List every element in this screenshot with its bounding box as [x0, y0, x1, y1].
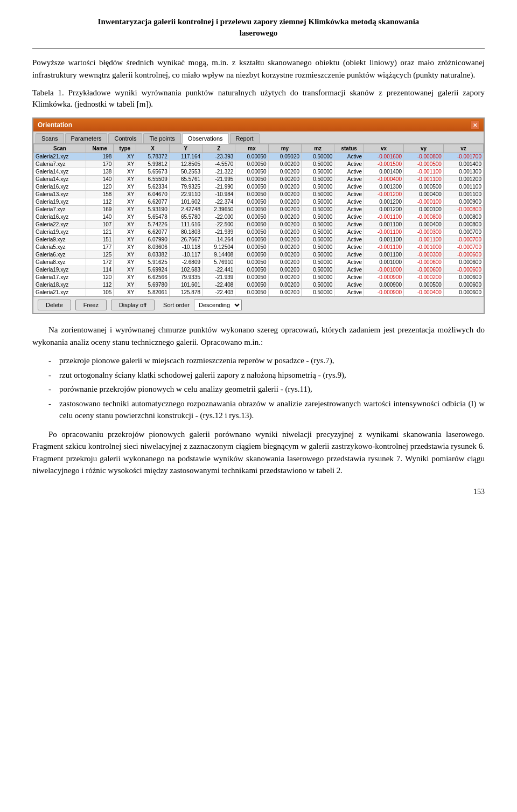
table-cell: 0.50000 — [302, 161, 334, 168]
table-cell: 0.00050 — [235, 191, 268, 198]
table-cell: XY — [114, 183, 136, 191]
table-cell: -10.984 — [202, 191, 235, 198]
col-header-status: status — [334, 144, 364, 153]
table-cell: 0.00200 — [268, 281, 301, 289]
table-cell: Active — [334, 244, 364, 251]
table-cell: 125.878 — [169, 289, 202, 296]
table-cell: 114 — [86, 266, 114, 274]
paragraph-2: Na zorientowanej i wyrównanej chmurze pu… — [32, 324, 485, 348]
table-cell: 6.07990 — [136, 236, 169, 244]
col-header-vx: vx — [364, 144, 403, 153]
table-cell: Galeria21.xyz — [34, 153, 86, 161]
delete-button[interactable]: Delete — [38, 300, 71, 310]
table-cell: 0.001300 — [364, 183, 403, 191]
table-cell: Active — [334, 228, 364, 236]
col-header-name: Name — [86, 144, 114, 153]
table-cell: 26.7667 — [169, 236, 202, 244]
table-cell: 0.00050 — [235, 198, 268, 206]
table-cell: 0.000600 — [443, 289, 483, 296]
table-cell: 138 — [86, 168, 114, 176]
table-cell: 2.39650 — [202, 206, 235, 213]
table-cell: -0.000300 — [403, 251, 443, 259]
table-cell: 2.42748 — [169, 206, 202, 213]
table-cell: 0.00050 — [235, 266, 268, 274]
table-cell: Active — [334, 183, 364, 191]
table-cell: 0.00050 — [235, 213, 268, 221]
sort-order-select[interactable]: Descending Ascending — [194, 300, 242, 310]
dialog-titlebar: Orientation ✕ — [33, 119, 484, 131]
table-cell: 5.65478 — [136, 213, 169, 221]
table-cell: -0.001000 — [364, 266, 403, 274]
table-cell: -0.000800 — [403, 153, 443, 161]
table-cell: XY — [114, 259, 136, 266]
table-cell: Galeria21.xyz — [34, 289, 86, 296]
table-cell: 5.69780 — [136, 281, 169, 289]
table-cell: 0.00200 — [268, 183, 301, 191]
table-cell: 0.50000 — [302, 289, 334, 296]
table-cell: -0.000200 — [403, 274, 443, 281]
table-cell: XY — [114, 198, 136, 206]
table-cell: 0.00200 — [268, 274, 301, 281]
col-header-vy: vy — [403, 144, 443, 153]
table-cell: 0.001200 — [364, 198, 403, 206]
table-cell: 107 — [86, 221, 114, 228]
tab-scans[interactable]: Scans — [36, 133, 64, 143]
table-cell: 112 — [86, 198, 114, 206]
col-header-scan: Scan — [34, 144, 86, 153]
table-cell: 0.50000 — [302, 168, 334, 176]
dialog-close-button[interactable]: ✕ — [471, 121, 479, 129]
table-cell: Galeria13.xyz — [34, 191, 86, 198]
tab-tiepoints[interactable]: Tie points — [143, 133, 180, 143]
table-cell: Active — [334, 274, 364, 281]
table-cell: 0.50000 — [302, 198, 334, 206]
tab-report[interactable]: Report — [230, 133, 260, 143]
table-cell: -0.001200 — [364, 191, 403, 198]
table-cell: -0.000700 — [443, 244, 483, 251]
table-cell: XY — [114, 213, 136, 221]
observations-table-wrapper[interactable]: Scan Name type X Y Z mx my mz status vx … — [33, 144, 484, 296]
table-cell: 22.9110 — [169, 191, 202, 198]
table-cell: -10.117 — [169, 251, 202, 259]
tab-controls[interactable]: Controls — [108, 133, 142, 143]
table-cell: -0.001100 — [403, 168, 443, 176]
table-cell: 0.00200 — [268, 168, 301, 176]
table-cell: 0.50000 — [302, 213, 334, 221]
table-cell: 0.50000 — [302, 251, 334, 259]
table-cell: Galeria6.xyz — [34, 251, 86, 259]
display-off-button[interactable]: Display off — [111, 300, 155, 310]
col-header-my: my — [268, 144, 301, 153]
table-cell: -22.000 — [202, 213, 235, 221]
table-cell: Galeria9.xyz — [34, 236, 86, 244]
table-cell: Active — [334, 221, 364, 228]
table-cell: 112 — [86, 281, 114, 289]
table-cell: XY — [114, 176, 136, 183]
table-cell: XY — [114, 228, 136, 236]
table-cell: 80.1803 — [169, 228, 202, 236]
table-cell: 9.12504 — [202, 244, 235, 251]
table-cell: 125 — [86, 251, 114, 259]
table-caption: Tabela 1. Przykładowe wyniki wyrównania … — [32, 87, 485, 110]
dialog-title: Orientation — [38, 121, 72, 129]
table-cell: 0.000600 — [443, 259, 483, 266]
orientation-dialog: Orientation ✕ Scans Parameters Controls … — [32, 117, 485, 314]
list-content-1: przekroje pionowe galerii w miejscach ro… — [59, 355, 485, 367]
tab-observations[interactable]: Observations — [182, 133, 229, 144]
table-cell: Active — [334, 168, 364, 176]
table-cell: 0.001100 — [364, 236, 403, 244]
table-cell: 111.616 — [169, 221, 202, 228]
tab-parameters[interactable]: Parameters — [65, 133, 108, 143]
table-cell: 0.00050 — [235, 168, 268, 176]
table-cell: -0.000500 — [403, 161, 443, 168]
table-cell: XY — [114, 168, 136, 176]
table-cell: 0.00050 — [235, 274, 268, 281]
table-cell: -2.6809 — [169, 259, 202, 266]
table-cell: 0.000900 — [443, 198, 483, 206]
freez-button[interactable]: Freez — [75, 300, 107, 310]
table-cell: XY — [114, 153, 136, 161]
table-cell: 0.00200 — [268, 221, 301, 228]
table-cell: 140 — [86, 213, 114, 221]
table-cell: Galeria14.xyz — [34, 176, 86, 183]
table-cell: 0.000400 — [403, 191, 443, 198]
table-cell: XY — [114, 221, 136, 228]
list-item-4: - zastosowano techniki automatycznego ro… — [48, 398, 485, 422]
